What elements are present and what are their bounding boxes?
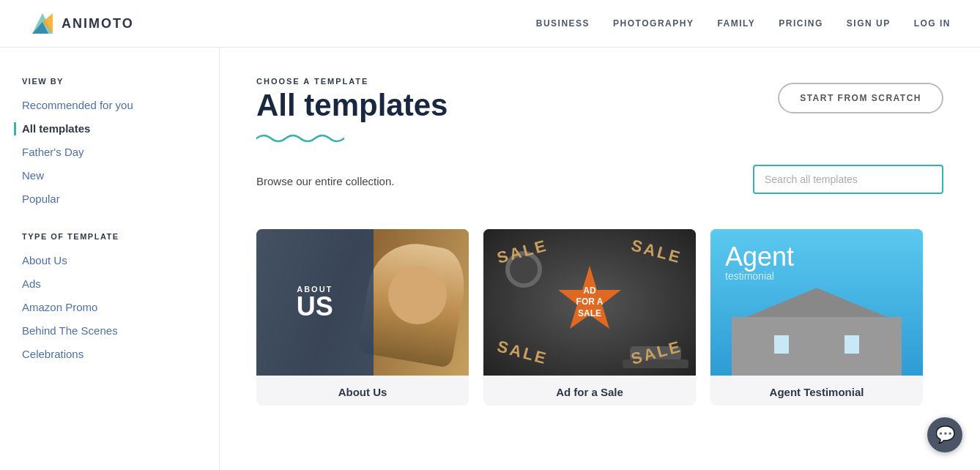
card-label-about-us: About Us <box>256 376 469 406</box>
logo-icon <box>29 10 56 37</box>
nav-photography[interactable]: PHOTOGRAPHY <box>613 18 694 29</box>
card-label-agent-testimonial: Agent Testimonial <box>710 376 923 406</box>
sidebar: VIEW BY Recommended for you All template… <box>0 48 220 470</box>
template-card-agent-testimonial[interactable]: Agent testimonial Agent Testimonial <box>710 229 923 406</box>
type-of-template-label: TYPE OF TEMPLATE <box>22 232 197 241</box>
cards-grid: ABOUT US About Us SALE SALE <box>256 229 943 406</box>
title-block: CHOOSE A TEMPLATE All templates <box>256 77 448 122</box>
chat-icon: 💬 <box>935 425 955 444</box>
sidebar-item-amazon-promo[interactable]: Amazon Promo <box>22 301 197 314</box>
card-label-ad-sale: Ad for a Sale <box>483 376 696 406</box>
chat-bubble-button[interactable]: 💬 <box>927 417 962 452</box>
sidebar-item-popular[interactable]: Popular <box>22 193 197 206</box>
header: ANIMOTO BUSINESS PHOTOGRAPHY FAMILY PRIC… <box>0 0 980 48</box>
nav-family[interactable]: FAMILY <box>717 18 755 29</box>
sidebar-item-recommended[interactable]: Recommended for you <box>22 99 197 112</box>
main-layout: VIEW BY Recommended for you All template… <box>0 48 980 470</box>
card-image-about-us: ABOUT US <box>256 229 469 376</box>
browse-text: Browse our entire collection. <box>256 175 394 187</box>
content-area: CHOOSE A TEMPLATE All templates START FR… <box>220 48 980 470</box>
badge-text: ADFOR ASALE <box>576 286 604 320</box>
ad-sale-bg: SALE SALE SALE SALE ADFOR ASALE <box>483 229 696 376</box>
card-image-ad-sale: SALE SALE SALE SALE ADFOR ASALE <box>483 229 696 376</box>
type-of-template-nav: About Us Ads Amazon Promo Behind The Sce… <box>22 254 197 361</box>
content-header-row: CHOOSE A TEMPLATE All templates START FR… <box>256 77 943 122</box>
search-input[interactable] <box>753 165 943 194</box>
template-card-ad-sale[interactable]: SALE SALE SALE SALE ADFOR ASALE Ad <box>483 229 696 406</box>
view-by-nav: Recommended for you All templates Father… <box>22 99 197 206</box>
start-from-scratch-button[interactable]: START FROM SCRATCH <box>778 83 943 113</box>
sidebar-item-about-us[interactable]: About Us <box>22 254 197 267</box>
agent-overlay-text: Agent testimonial <box>725 244 794 282</box>
card-image-agent-testimonial: Agent testimonial <box>710 229 923 376</box>
sidebar-item-fathers-day[interactable]: Father's Day <box>22 146 197 159</box>
sidebar-item-new[interactable]: New <box>22 169 197 182</box>
about-text-big: US <box>297 294 333 320</box>
agent-title: Agent <box>725 244 794 270</box>
about-us-overlay: ABOUT US <box>256 229 374 376</box>
wave-decoration <box>256 130 943 150</box>
logo-area: ANIMOTO <box>29 10 134 37</box>
main-nav: BUSINESS PHOTOGRAPHY FAMILY PRICING SIGN… <box>536 18 951 29</box>
sidebar-item-celebrations[interactable]: Celebrations <box>22 348 197 361</box>
sidebar-item-ads[interactable]: Ads <box>22 277 197 291</box>
page-title: All templates <box>256 89 448 122</box>
agent-card-bg: Agent testimonial <box>710 229 923 376</box>
nav-login[interactable]: LOG IN <box>914 18 951 29</box>
choose-label: CHOOSE A TEMPLATE <box>256 77 448 86</box>
agent-subtitle: testimonial <box>725 270 794 282</box>
sidebar-item-behind-scenes[interactable]: Behind The Scenes <box>22 324 197 337</box>
logo-text: ANIMOTO <box>62 16 134 31</box>
nav-signup[interactable]: SIGN UP <box>847 18 891 29</box>
search-row <box>753 165 943 194</box>
template-card-about-us[interactable]: ABOUT US About Us <box>256 229 469 406</box>
view-by-label: VIEW BY <box>22 77 197 86</box>
nav-pricing[interactable]: PRICING <box>779 18 823 29</box>
sidebar-item-all-templates[interactable]: All templates <box>14 122 197 135</box>
nav-business[interactable]: BUSINESS <box>536 18 590 29</box>
